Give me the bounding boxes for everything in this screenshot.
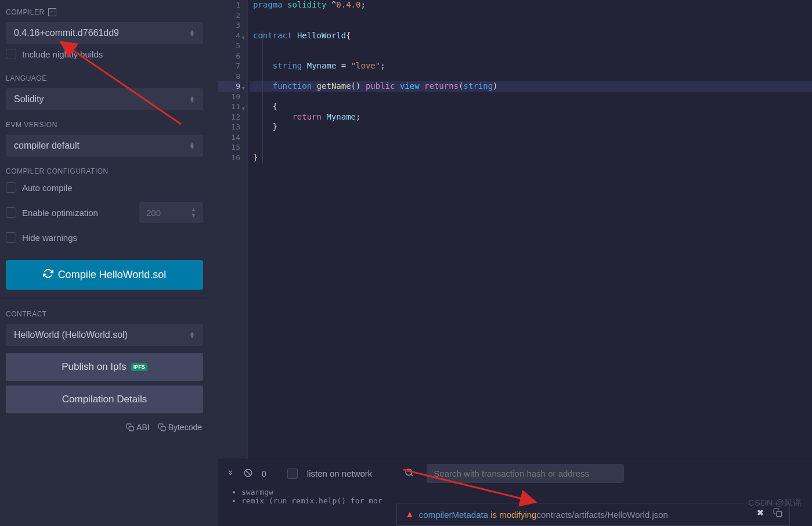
notif-module: compilerMetadata bbox=[419, 510, 488, 520]
svg-line-5 bbox=[411, 474, 413, 476]
close-icon[interactable]: ✖ bbox=[757, 508, 764, 517]
pending-count: 0 bbox=[262, 469, 266, 478]
code-area[interactable]: pragma solidity ^0.4.0;contract HelloWor… bbox=[250, 0, 812, 163]
chevron-updown-icon: ▲▼ bbox=[189, 96, 195, 103]
optimization-runs-input[interactable]: 200 ▲▼ bbox=[139, 202, 203, 223]
hide-warnings-checkbox[interactable] bbox=[6, 232, 16, 243]
evm-dropdown[interactable]: compiler default ▲▼ bbox=[6, 135, 203, 157]
chevron-updown-icon: ▲▼ bbox=[191, 207, 196, 218]
collapse-icon[interactable] bbox=[226, 469, 234, 478]
publish-ipfs-button[interactable]: Publish on Ipfs IPFS bbox=[6, 353, 203, 381]
auto-compile-label: Auto compile bbox=[22, 183, 73, 193]
warning-icon: ▲ bbox=[405, 509, 414, 520]
evm-section-label: EVM VERSION bbox=[6, 118, 203, 131]
line-gutter: 1234▼56789▼1011▼1213141516 bbox=[218, 0, 246, 459]
hide-warnings-label: Hide warnings bbox=[22, 233, 77, 243]
sidebar: COMPILER + 0.4.16+commit.d7661dd9 ▲▼ Inc… bbox=[0, 0, 209, 526]
nightly-checkbox[interactable] bbox=[6, 49, 16, 59]
code-editor[interactable]: 1234▼56789▼1011▼1213141516 pragma solidi… bbox=[218, 0, 812, 459]
search-icon[interactable] bbox=[405, 468, 414, 479]
svg-rect-1 bbox=[161, 426, 165, 431]
clear-icon[interactable] bbox=[244, 469, 252, 479]
enable-opt-label: Enable optimization bbox=[22, 208, 98, 218]
compiler-dropdown[interactable]: 0.4.16+commit.d7661dd9 ▲▼ bbox=[6, 22, 203, 44]
language-dropdown[interactable]: Solidity ▲▼ bbox=[6, 88, 203, 110]
compile-button[interactable]: Compile HelloWorld.sol bbox=[6, 260, 203, 290]
contract-dropdown[interactable]: HelloWorld (HelloWorld.sol) ▲▼ bbox=[6, 324, 203, 346]
abi-copy-button[interactable]: ABI bbox=[126, 423, 150, 432]
copy-icon[interactable] bbox=[773, 508, 782, 519]
notification-toast: ▲ compilerMetadata is modifyingcontracts… bbox=[396, 503, 790, 526]
listen-checkbox[interactable] bbox=[287, 469, 298, 479]
listen-label: listen on network bbox=[307, 469, 373, 478]
auto-compile-checkbox[interactable] bbox=[6, 182, 16, 193]
chevron-updown-icon: ▲▼ bbox=[189, 30, 195, 37]
chevron-updown-icon: ▲▼ bbox=[189, 142, 195, 149]
svg-rect-6 bbox=[777, 511, 782, 517]
search-input[interactable] bbox=[427, 464, 624, 483]
language-section-label: LANGUAGE bbox=[6, 72, 203, 85]
chevron-updown-icon: ▲▼ bbox=[189, 332, 195, 338]
bytecode-copy-button[interactable]: Bytecode bbox=[158, 423, 202, 432]
svg-rect-0 bbox=[129, 426, 133, 431]
add-compiler-icon[interactable]: + bbox=[48, 8, 56, 16]
nightly-label: Include nightly builds bbox=[22, 49, 103, 59]
svg-line-3 bbox=[246, 470, 251, 475]
notif-path: contracts/artifacts/HelloWorld.json bbox=[536, 510, 667, 520]
ipfs-icon: IPFS bbox=[131, 363, 147, 371]
svg-point-4 bbox=[406, 469, 412, 475]
compiler-config-label: COMPILER CONFIGURATION bbox=[6, 165, 203, 178]
refresh-icon bbox=[43, 268, 53, 282]
contract-section-label: CONTRACT bbox=[6, 308, 203, 320]
notif-action: is modifying bbox=[488, 510, 536, 520]
enable-opt-checkbox[interactable] bbox=[6, 207, 16, 218]
compilation-details-button[interactable]: Compilation Details bbox=[6, 386, 203, 413]
compiler-section-label: COMPILER + bbox=[6, 6, 203, 19]
